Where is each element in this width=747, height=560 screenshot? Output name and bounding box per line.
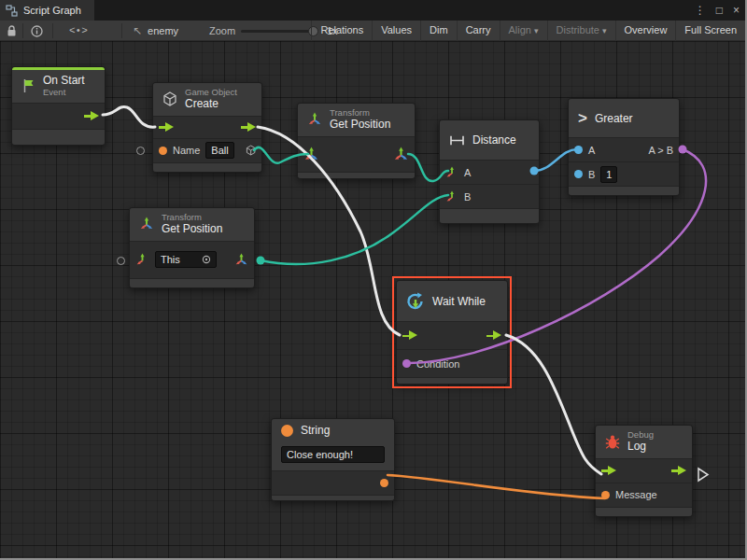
node-title: Greater [595,112,633,125]
b-port[interactable] [574,170,583,178]
wire-waitwhile-to-log[interactable] [506,335,601,474]
lock-icon[interactable] [7,21,17,41]
play-indicator [698,469,708,481]
node-title: Get Position [162,223,222,236]
node-get-position-top[interactable]: Transform Get Position [297,103,416,179]
relations-button[interactable]: Relations [311,21,372,41]
flow-out-port[interactable] [486,330,501,341]
chevron-down-icon: ▾ [602,26,607,35]
overview-button[interactable]: Overview [615,21,676,41]
node-create[interactable]: Game Object Create Name Ball [152,82,262,173]
chevron-down-icon: ▾ [534,26,539,35]
wait-icon [406,292,425,311]
close-icon[interactable]: × [733,4,740,17]
node-on-start[interactable]: On Start Event [11,66,106,146]
parent-arrow-icon: ↖ [133,24,142,37]
vector-out-port[interactable] [234,253,248,267]
zoom-slider[interactable] [241,21,316,41]
flow-out-port[interactable] [671,466,686,476]
bug-icon [605,434,620,450]
script-graph-window: Script Graph ⋮ □ × <•> ↖ enemy Zoom 1x R… [0,0,747,560]
unconnected-port[interactable] [117,257,125,265]
cube-icon [162,91,177,106]
name-port[interactable] [159,147,167,155]
node-title: Wait While [432,295,486,308]
wire-start-to-create[interactable] [103,106,155,127]
wire-getposition-to-distance-b[interactable] [261,195,448,264]
values-button[interactable]: Values [372,21,420,41]
node-get-position-self[interactable]: Transform Get Position This [129,207,255,288]
port-label: B [464,191,471,203]
node-string[interactable]: String Close enough! [271,418,395,501]
node-title: Create [185,98,237,111]
wire-string-to-message[interactable] [388,475,605,498]
vector-b-port[interactable] [445,190,458,203]
port-label: B [588,169,595,180]
flow-in-port[interactable] [159,122,174,133]
vector-a-port[interactable] [445,166,458,179]
a-port[interactable] [574,146,583,154]
flow-out-port[interactable] [241,122,256,133]
node-title: Distance [472,133,516,147]
transform-icon [307,112,322,127]
port-label: Name [173,145,200,156]
graph-canvas[interactable]: On Start Event Game Object Create [0,41,745,558]
message-port[interactable] [601,491,610,499]
node-distance[interactable]: Distance A B [439,119,540,224]
node-title: Log [627,441,654,454]
graph-breadcrumb[interactable]: ↖ enemy [133,21,178,41]
title-bar: Script Graph ⋮ □ × [0,0,745,21]
port-label: A [588,145,595,156]
node-wait-while[interactable]: Wait While Condition [396,280,508,385]
vector-out-dot[interactable] [257,257,265,265]
window-menu-icon[interactable]: ⋮ [695,4,706,17]
b-input[interactable]: 1 [600,166,617,183]
graph-name: enemy [148,25,178,36]
greater-icon: > [578,110,587,126]
tab-title: Script Graph [23,5,81,16]
info-icon[interactable] [31,21,43,41]
flow-in-port[interactable] [601,466,616,476]
dim-button[interactable]: Dim [420,21,457,41]
code-icon[interactable]: <•> [69,21,88,41]
graph-icon [6,5,18,17]
vector-out-port[interactable] [393,147,409,162]
port-label: Message [615,489,657,500]
align-button[interactable]: Align▾ [500,21,547,41]
transform-icon [139,217,154,231]
flag-icon [21,78,35,93]
node-subtitle: Event [43,88,85,98]
flow-in-port[interactable] [402,330,417,341]
string-input[interactable]: Close enough! [281,446,385,463]
node-title: On Start [43,75,85,88]
distribute-button[interactable]: Distribute▾ [547,21,615,41]
transform-in-port[interactable] [135,253,149,267]
string-icon [281,425,293,437]
node-greater[interactable]: > Greater A A > B B 1 [568,98,680,196]
flow-out-port[interactable] [84,111,99,121]
result-port-label: A > B [648,145,673,156]
target-dropdown[interactable]: This [155,251,217,268]
condition-port[interactable] [402,359,411,368]
string-out-port[interactable] [380,479,388,487]
ruler-icon [449,134,465,147]
port-label: A [464,167,471,178]
graph-toolbar: <•> ↖ enemy Zoom 1x Relations Values Dim… [0,21,745,41]
transform-in-port[interactable] [303,147,319,162]
port-label: Condition [416,358,459,370]
carry-button[interactable]: Carry [457,21,500,41]
gameobject-out-port[interactable] [246,144,256,157]
fullscreen-button[interactable]: Full Screen [675,21,745,41]
node-title: Get Position [330,119,390,132]
unconnected-port[interactable] [136,147,145,155]
name-input[interactable]: Ball [205,142,233,159]
tab-script-graph[interactable]: Script Graph [0,0,94,21]
node-debug-log[interactable]: Debug Log Message [595,425,693,517]
picker-icon [202,255,211,264]
zoom-label: Zoom [209,21,235,41]
maximize-icon[interactable]: □ [716,4,723,17]
node-title: String [301,424,330,437]
